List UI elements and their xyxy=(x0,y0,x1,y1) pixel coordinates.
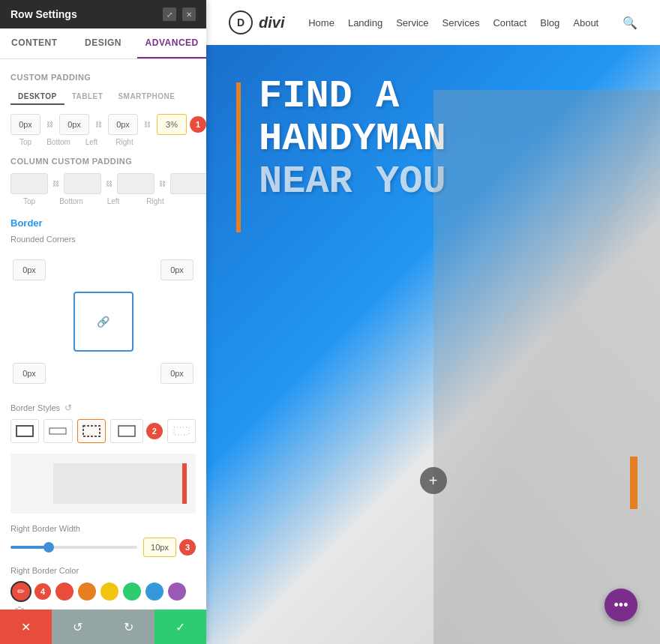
hero-title-line2: HANDYMAN xyxy=(259,118,446,160)
border-style-options: 2 xyxy=(10,419,196,443)
label-left: Left xyxy=(76,138,106,146)
hero-title-line3: NEAR YOU xyxy=(259,160,446,203)
col-right-input[interactable] xyxy=(170,173,206,194)
nav-services[interactable]: Services xyxy=(442,17,480,28)
swatch-blue[interactable] xyxy=(146,583,164,601)
tab-design[interactable]: Design xyxy=(69,28,138,58)
swatch-purple[interactable] xyxy=(168,583,186,601)
tab-content[interactable]: Content xyxy=(0,28,69,58)
style-solid-full[interactable] xyxy=(10,419,39,443)
column-padding-section: Column Custom Padding ⛓ ⛓ ⛓ □ Top Bottom… xyxy=(10,157,196,205)
col-bottom-input[interactable] xyxy=(64,173,101,194)
nav-service[interactable]: Service xyxy=(396,17,428,28)
col-top-input[interactable] xyxy=(10,173,48,194)
svg-rect-4 xyxy=(174,427,189,435)
swatch-orange[interactable] xyxy=(78,583,96,601)
redo-button[interactable]: ↻ xyxy=(104,610,155,644)
slider-thumb[interactable] xyxy=(44,542,54,553)
save-button[interactable]: ✓ xyxy=(154,610,206,644)
search-icon[interactable]: 🔍 xyxy=(622,16,638,30)
logo-letter: D xyxy=(237,16,244,28)
link-icon-2: ⛓ xyxy=(94,121,104,128)
nav-contact[interactable]: Contact xyxy=(493,17,526,28)
nav-blog[interactable]: Blog xyxy=(540,17,560,28)
nav-landing[interactable]: Landing xyxy=(348,17,382,28)
swatch-yellow[interactable] xyxy=(100,583,118,601)
corner-br-input[interactable] xyxy=(160,363,194,384)
right-panel: D divi Home Landing Service Services Con… xyxy=(206,0,660,644)
padding-inputs-row: ⛓ ⛓ ⛓ 1 xyxy=(10,114,196,135)
style-dashed[interactable] xyxy=(77,419,106,443)
link-preview-icon: 🔗 xyxy=(97,316,110,328)
corners-grid: 🔗 xyxy=(10,251,196,392)
right-border-width-section: Right Border Width 3 xyxy=(10,524,196,557)
link-icon-1: ⛓ xyxy=(45,121,55,128)
label-bottom: Bottom xyxy=(44,138,74,146)
cancel-button[interactable]: ✕ xyxy=(0,610,52,644)
step-badge-4: 4 xyxy=(34,583,51,600)
nav-about[interactable]: About xyxy=(573,17,598,28)
floating-menu-button[interactable]: ••• xyxy=(604,589,638,622)
nav-home[interactable]: Home xyxy=(308,17,334,28)
site-content: FIND A HANDYMAN NEAR YOU + Designed by E… xyxy=(206,45,660,644)
close-panel-icon[interactable]: ✕ xyxy=(182,7,196,21)
hero-title-line1: FIND A xyxy=(259,75,446,118)
device-tab-desktop[interactable]: DESKTOP xyxy=(10,89,64,105)
col-link-icon-2: ⛓ xyxy=(106,180,112,187)
swatch-green[interactable] xyxy=(123,583,141,601)
svg-rect-1 xyxy=(50,428,66,434)
maximize-icon[interactable]: ⤢ xyxy=(163,7,176,21)
right-border-width-label: Right Border Width xyxy=(10,524,196,533)
svg-rect-2 xyxy=(83,426,100,436)
undo-button[interactable]: ↺ xyxy=(52,610,104,644)
rounded-corners-label: Rounded Corners xyxy=(10,235,196,244)
slider-track[interactable] xyxy=(10,546,137,549)
floating-menu-icon: ••• xyxy=(614,598,628,613)
column-padding-label: Column Custom Padding xyxy=(10,157,196,166)
hero-text: FIND A HANDYMAN NEAR YOU xyxy=(259,75,446,204)
style-none[interactable] xyxy=(167,419,196,443)
label-top: Top xyxy=(10,138,40,146)
border-label: Border xyxy=(10,217,196,229)
orange-bar xyxy=(236,82,241,232)
border-styles-header: Border Styles ↺ xyxy=(10,403,196,413)
top-padding-input[interactable] xyxy=(10,114,40,135)
custom-padding-section: Custom Padding DESKTOP TABLET SMARTPHONE… xyxy=(10,73,196,146)
corner-tr-input[interactable] xyxy=(160,259,194,280)
col-left-input[interactable] xyxy=(117,173,154,194)
border-preview xyxy=(10,454,196,514)
right-border-color-section: Right Border Color ✏ 4 xyxy=(10,566,196,610)
add-row-button[interactable]: + xyxy=(420,467,447,494)
device-tabs: DESKTOP TABLET SMARTPHONE xyxy=(10,89,196,105)
left-padding-input[interactable] xyxy=(108,114,138,135)
reset-icon[interactable]: ↺ xyxy=(64,403,72,413)
device-tab-tablet[interactable]: TABLET xyxy=(64,89,111,105)
site-nav: D divi Home Landing Service Services Con… xyxy=(206,0,660,45)
right-padding-input[interactable] xyxy=(157,114,187,135)
custom-padding-label: Custom Padding xyxy=(10,73,196,82)
border-styles-label: Border Styles xyxy=(10,403,60,412)
hero-bg-overlay xyxy=(434,90,661,644)
col-link-icon-1: ⛓ xyxy=(52,180,59,187)
corner-tl-input[interactable] xyxy=(13,259,46,280)
label-right: Right xyxy=(110,138,140,146)
color-edit-btn[interactable]: ✏ xyxy=(10,581,32,602)
hero-section: FIND A HANDYMAN NEAR YOU + xyxy=(206,45,660,644)
style-solid-thin[interactable] xyxy=(44,419,72,443)
swatch-red[interactable] xyxy=(56,583,74,601)
svg-rect-3 xyxy=(118,426,135,436)
style-outer[interactable] xyxy=(110,419,143,443)
corner-bl-input[interactable] xyxy=(13,363,46,384)
nav-links: Home Landing Service Services Contact Bl… xyxy=(308,17,598,28)
left-panel: Row Settings ⤢ ✕ Content Design Advanced… xyxy=(0,0,206,644)
border-width-input[interactable] xyxy=(143,538,176,557)
bottom-padding-input[interactable] xyxy=(59,114,89,135)
col-padding-labels: Top Bottom Left Right xyxy=(10,197,196,205)
device-tab-smartphone[interactable]: SMARTPHONE xyxy=(110,89,182,105)
tab-advanced[interactable]: Advanced xyxy=(137,28,206,58)
col-label-right: Right xyxy=(136,197,174,205)
panel-actions: ✕ ↺ ↻ ✓ xyxy=(0,610,206,644)
panel-title: Row Settings xyxy=(10,8,77,20)
corner-preview: 🔗 xyxy=(74,292,134,352)
panel-tabs: Content Design Advanced xyxy=(0,28,206,59)
